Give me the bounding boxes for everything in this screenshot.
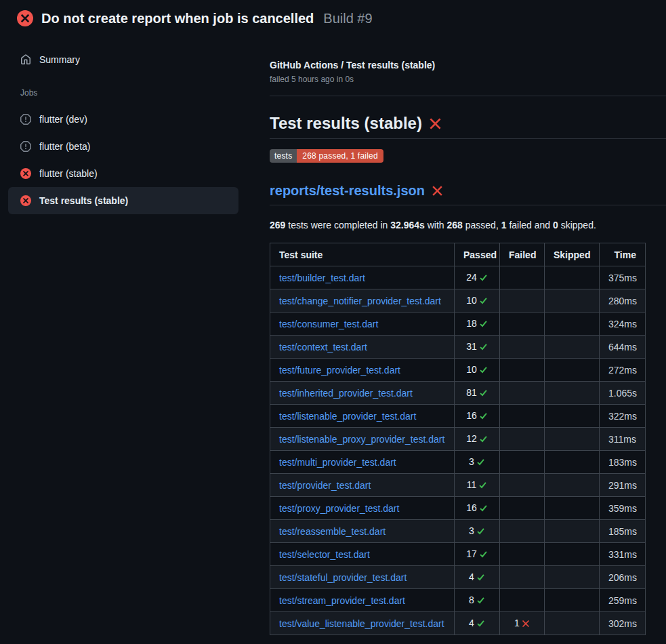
skipped-cell <box>545 405 600 428</box>
sidebar-job-item[interactable]: flutter (stable) <box>8 160 238 187</box>
test-suite-link[interactable]: test/change_notifier_provider_test.dart <box>279 296 441 306</box>
check-icon <box>479 550 488 561</box>
passed-cell: 31 <box>455 336 500 359</box>
test-suite-link[interactable]: test/value_listenable_provider_test.dart <box>279 618 444 629</box>
sidebar-job-item[interactable]: flutter (dev) <box>8 106 238 133</box>
failed-cell <box>500 359 545 382</box>
sidebar-job-item[interactable]: flutter (beta) <box>8 133 238 160</box>
test-suite-cell: test/context_test.dart <box>270 336 455 359</box>
time-cell: 183ms <box>600 451 646 474</box>
time-cell: 259ms <box>600 589 646 612</box>
time-cell: 185ms <box>600 520 646 543</box>
table-row: test/reassemble_test.dart 3 185ms <box>270 520 646 543</box>
check-icon <box>476 527 485 538</box>
test-suite-link[interactable]: test/multi_provider_test.dart <box>279 457 396 468</box>
table-row: test/stateful_provider_test.dart 4 206ms <box>270 566 646 589</box>
test-suite-link[interactable]: test/context_test.dart <box>279 342 367 353</box>
test-suite-link[interactable]: test/reassemble_test.dart <box>279 526 386 537</box>
check-icon <box>479 296 488 307</box>
test-suite-link[interactable]: test/selector_test.dart <box>279 549 370 560</box>
check-icon <box>479 411 488 422</box>
check-icon <box>479 504 488 515</box>
skipped-cell <box>545 313 600 336</box>
table-row: test/provider_test.dart 11 291ms <box>270 474 646 497</box>
skipped-cell <box>545 612 600 635</box>
column-header-failed: Failed <box>500 243 545 266</box>
failed-cell <box>500 336 545 359</box>
run-title: Do not create report when job is cancell… <box>41 11 314 26</box>
check-icon <box>479 365 488 376</box>
summary-text: 269 tests were completed in 32.964s with… <box>270 220 666 230</box>
passed-cell: 3 <box>455 520 500 543</box>
test-suite-link[interactable]: test/inherited_provider_test.dart <box>279 388 413 399</box>
tests-badge-label: tests <box>270 149 297 163</box>
check-icon <box>479 319 488 330</box>
failed-cell <box>500 405 545 428</box>
time-cell: 272ms <box>600 359 646 382</box>
results-table-header-row: Test suite Passed Failed Skipped Time <box>270 243 646 266</box>
jobs-sidebar: Summary Jobs flutter (dev) flutter (beta… <box>0 34 264 214</box>
test-suite-link[interactable]: test/stateful_provider_test.dart <box>279 572 407 583</box>
skipped-cell <box>545 289 600 313</box>
test-suite-cell: test/future_provider_test.dart <box>270 359 455 382</box>
test-suite-cell: test/value_listenable_provider_test.dart <box>270 612 455 635</box>
test-suite-cell: test/stateful_provider_test.dart <box>270 566 455 589</box>
time-cell: 206ms <box>600 566 646 589</box>
skipped-cell <box>545 266 600 289</box>
skipped-cell <box>545 428 600 451</box>
stop-cancelled-icon <box>20 114 31 125</box>
table-row: test/selector_test.dart 17 331ms <box>270 543 646 566</box>
time-cell: 280ms <box>600 289 646 313</box>
failed-cell <box>500 313 545 336</box>
table-row: test/stream_provider_test.dart 8 259ms <box>270 589 646 612</box>
report-file-link[interactable]: reports/test-results.json <box>270 183 425 199</box>
table-row: test/listenable_proxy_provider_test.dart… <box>270 428 646 451</box>
column-header-passed: Passed <box>455 243 500 266</box>
test-suite-link[interactable]: test/consumer_test.dart <box>279 319 378 329</box>
x-circle-fill-icon <box>20 168 31 179</box>
test-suite-cell: test/selector_test.dart <box>270 543 455 566</box>
test-suite-link[interactable]: test/builder_test.dart <box>279 273 365 283</box>
job-label: flutter (stable) <box>39 168 98 179</box>
test-suite-cell: test/consumer_test.dart <box>270 313 455 336</box>
skipped-cell <box>545 336 600 359</box>
check-icon <box>476 458 485 468</box>
job-label: flutter (dev) <box>39 114 87 125</box>
passed-cell: 16 <box>455 405 500 428</box>
failed-cell <box>500 589 545 612</box>
report-heading: reports/test-results.json <box>270 183 666 205</box>
passed-cell: 18 <box>455 313 500 336</box>
check-icon <box>478 481 487 491</box>
passed-cell: 12 <box>455 428 500 451</box>
column-header-skipped: Skipped <box>545 243 600 266</box>
sidebar-item-summary[interactable]: Summary <box>8 50 238 69</box>
job-status-icon <box>20 114 31 125</box>
test-suite-link[interactable]: test/provider_test.dart <box>279 480 371 491</box>
test-suite-cell: test/provider_test.dart <box>270 474 455 497</box>
table-row: test/future_provider_test.dart 10 272ms <box>270 359 646 382</box>
time-cell: 291ms <box>600 474 646 497</box>
test-suite-link[interactable]: test/proxy_provider_test.dart <box>279 503 399 514</box>
sidebar-job-item[interactable]: Test results (stable) <box>8 187 238 214</box>
table-row: test/context_test.dart 31 644ms <box>270 336 646 359</box>
passed-cell: 11 <box>455 474 500 497</box>
check-title-text: Test results (stable) <box>270 114 422 133</box>
test-suite-link[interactable]: test/stream_provider_test.dart <box>279 595 405 606</box>
results-table-body: test/builder_test.dart 24 375ms test/cha… <box>270 266 646 635</box>
run-status-line: failed 5 hours ago in 0s <box>270 75 666 84</box>
failed-cell <box>500 266 545 289</box>
test-suite-link[interactable]: test/listenable_provider_test.dart <box>279 411 416 422</box>
check-title: Test results (stable) <box>270 114 666 139</box>
test-suite-cell: test/listenable_proxy_provider_test.dart <box>270 428 455 451</box>
sidebar-summary-label: Summary <box>39 54 80 65</box>
time-cell: 359ms <box>600 497 646 520</box>
jobs-heading: Jobs <box>20 88 238 98</box>
job-status-icon <box>20 195 31 206</box>
failed-cell <box>500 474 545 497</box>
column-header-test-suite: Test suite <box>270 243 455 266</box>
check-run-panel: GitHub Actions / Test results (stable) f… <box>264 34 666 635</box>
test-suite-link[interactable]: test/future_provider_test.dart <box>279 365 400 376</box>
passed-cell: 10 <box>455 289 500 313</box>
check-icon <box>476 573 485 584</box>
test-suite-link[interactable]: test/listenable_proxy_provider_test.dart <box>279 434 444 445</box>
